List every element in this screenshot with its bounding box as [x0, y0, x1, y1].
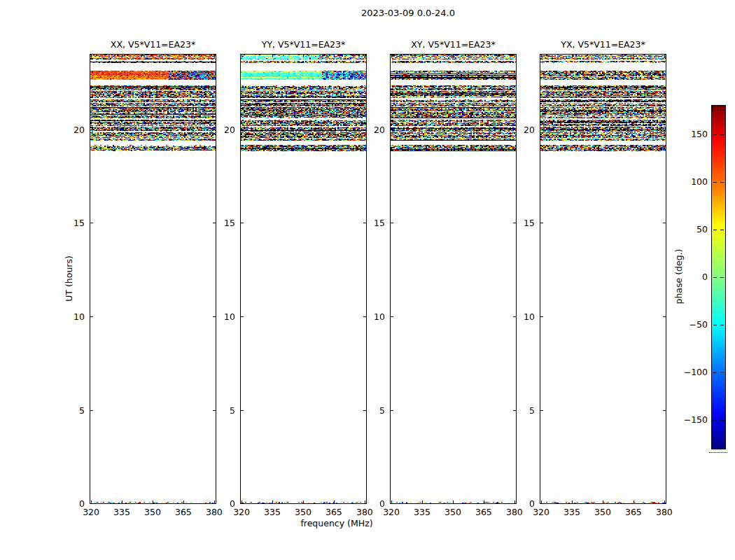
y-tick-mark	[391, 410, 393, 411]
colorbar-tick-mark	[720, 372, 724, 373]
colorbar-tick-label: 150	[680, 128, 708, 139]
x-tick-mark	[303, 500, 304, 503]
x-tick-mark	[122, 55, 122, 57]
heatmap-panel-xx: XX, V5*V11=EA23* 32033535036538005101520	[90, 54, 216, 504]
x-tick-mark	[365, 55, 365, 57]
y-tick-mark	[241, 223, 244, 223]
x-tick-mark	[634, 500, 634, 503]
y-tick-label: 15	[504, 218, 535, 228]
y-tick-label: 20	[354, 124, 385, 134]
y-tick-mark	[663, 410, 666, 411]
x-tick-mark	[241, 500, 242, 503]
x-tick-mark	[214, 55, 215, 57]
colorbar-tick-mark	[713, 182, 717, 183]
x-tick-mark	[334, 500, 335, 503]
x-tick-mark	[541, 500, 542, 503]
panel-title-yy: YY, V5*V11=EA23*	[262, 39, 346, 50]
panel-title-xx: XX, V5*V11=EA23*	[111, 39, 195, 50]
y-tick-mark	[540, 316, 543, 317]
y-tick-label: 0	[354, 498, 385, 509]
y-tick-mark	[540, 223, 543, 223]
y-tick-mark	[90, 410, 93, 411]
x-tick-mark	[91, 55, 92, 57]
x-tick-mark	[122, 500, 122, 503]
y-tick-mark	[241, 130, 244, 130]
heatmap-canvas-xx	[90, 55, 216, 503]
x-tick-label: 350	[444, 507, 461, 517]
x-tick-label: 320	[533, 507, 550, 517]
y-tick-label: 15	[354, 218, 385, 228]
heatmap-canvas-yx	[540, 55, 666, 503]
y-tick-label: 0	[54, 498, 85, 509]
y-tick-label: 5	[354, 405, 385, 415]
x-tick-mark	[391, 55, 392, 57]
x-tick-mark	[484, 55, 484, 57]
x-tick-mark	[272, 500, 273, 503]
x-tick-mark	[664, 55, 665, 57]
x-tick-label: 350	[594, 507, 611, 517]
heatmap-panel-yx: YX, V5*V11=EA23* 32033535036538005101520	[540, 54, 666, 504]
colorbar-tick-label: −100	[680, 367, 708, 377]
heatmap-panel-xy: XY, V5*V11=EA23* 32033535036538005101520	[390, 54, 517, 504]
figure: 2023-03-09 0.0-24.0 XX, V5*V11=EA23* 320…	[0, 0, 735, 560]
y-tick-mark	[663, 130, 666, 130]
x-tick-label: 335	[564, 507, 580, 517]
y-tick-mark	[540, 410, 543, 411]
x-tick-mark	[453, 500, 454, 503]
x-tick-label: 350	[295, 507, 312, 517]
colorbar-tick-mark	[713, 325, 717, 326]
y-tick-label: 10	[504, 311, 535, 321]
x-tick-label: 365	[475, 507, 492, 517]
heatmap-canvas-yy	[241, 55, 366, 503]
y-tick-label: 20	[54, 124, 85, 134]
colorbar-tick-mark	[713, 277, 717, 278]
colorbar-tick-mark	[713, 372, 717, 373]
x-tick-mark	[183, 55, 184, 57]
colorbar-tick-mark	[720, 182, 724, 183]
colorbar-tick-mark	[720, 325, 724, 326]
x-tick-mark	[153, 500, 153, 503]
x-tick-mark	[183, 500, 184, 503]
colorbar-tick-mark	[713, 420, 717, 421]
x-tick-mark	[422, 500, 423, 503]
colorbar-tick-label: 0	[680, 272, 708, 282]
y-tick-mark	[90, 130, 93, 130]
colorbar-tick-mark	[720, 277, 724, 278]
y-tick-label: 20	[504, 124, 535, 134]
heatmap-panel-yy: YY, V5*V11=EA23* 32033535036538005101520	[240, 54, 367, 504]
colorbar-tick-label: −150	[680, 414, 708, 425]
x-tick-label: 320	[83, 507, 99, 517]
x-tick-mark	[153, 55, 153, 57]
x-tick-mark	[241, 55, 242, 57]
x-tick-mark	[634, 55, 634, 57]
x-tick-label: 335	[414, 507, 430, 517]
y-tick-label: 10	[354, 311, 385, 321]
x-tick-mark	[303, 55, 304, 57]
x-tick-mark	[272, 55, 273, 57]
y-tick-mark	[391, 130, 393, 130]
colorbar-tick-label: 50	[680, 223, 708, 234]
x-tick-mark	[514, 55, 515, 57]
colorbar-bottom-hatch-icon	[712, 444, 725, 449]
y-tick-mark	[391, 223, 393, 223]
colorbar-top-hatch-icon	[712, 106, 725, 111]
colorbar-tick-mark	[720, 134, 724, 135]
x-tick-label: 335	[264, 507, 281, 517]
y-tick-mark	[90, 223, 93, 223]
x-tick-label: 380	[656, 507, 673, 517]
colorbar-tick-label: −50	[680, 319, 708, 330]
x-tick-mark	[572, 500, 573, 503]
y-tick-label: 0	[504, 498, 535, 509]
x-tick-label: 320	[383, 507, 400, 517]
x-tick-mark	[391, 500, 392, 503]
colorbar-tick-mark	[720, 420, 724, 421]
figure-title: 2023-03-09 0.0-24.0	[361, 8, 455, 18]
y-tick-label: 10	[54, 311, 85, 321]
colorbar-tick-mark	[713, 230, 717, 230]
y-tick-label: 5	[504, 405, 535, 415]
x-tick-mark	[91, 500, 92, 503]
y-tick-label: 15	[204, 218, 235, 228]
y-tick-mark	[540, 130, 543, 130]
y-axis-label: UT (hours)	[64, 255, 74, 302]
x-tick-mark	[603, 500, 603, 503]
